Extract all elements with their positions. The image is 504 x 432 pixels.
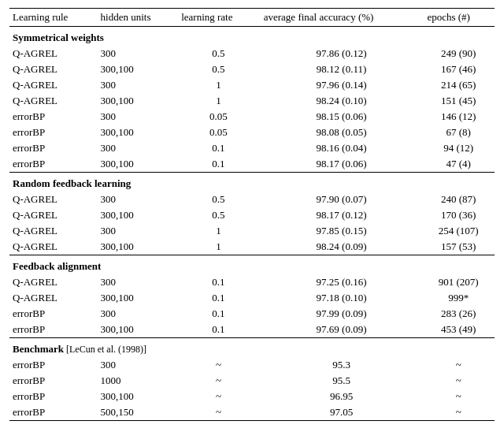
table-cell: ~ <box>178 389 261 404</box>
col-header-hidden-units: hidden units <box>98 9 179 27</box>
table-cell: 0.05 <box>178 125 261 140</box>
table-cell: 96.95 <box>261 389 424 404</box>
table-cell: Q-AGREL <box>9 239 98 255</box>
table-cell: 300,100 <box>98 125 179 140</box>
table-cell: 901 (207) <box>424 274 495 290</box>
table-cell: 98.24 (0.10) <box>261 93 424 109</box>
table-cell: ~ <box>178 357 261 373</box>
table-cell: 95.5 <box>261 373 424 389</box>
table-cell: 500,150 <box>98 404 179 421</box>
table-cell: errorBP <box>9 125 98 140</box>
table-cell: 300 <box>98 357 179 373</box>
table-cell: 98.15 (0.06) <box>261 109 424 125</box>
table-cell: 300 <box>98 192 179 207</box>
table-cell: errorBP <box>9 373 98 389</box>
table-cell: 300,100 <box>98 239 179 255</box>
table-cell: 0.1 <box>178 274 261 290</box>
table-row: errorBP300~95.3~ <box>9 357 495 373</box>
table-cell: errorBP <box>9 357 98 373</box>
table-cell: 300,100 <box>98 207 179 223</box>
table-cell: 97.86 (0.12) <box>261 46 424 61</box>
table-row: Q-AGREL3000.597.86 (0.12)249 (90) <box>9 46 495 61</box>
section-header-row: Benchmark [LeCun et al. (1998)] <box>9 338 495 358</box>
table-cell: 1 <box>178 77 261 93</box>
table-cell: 1 <box>178 239 261 255</box>
table-row: errorBP3000.198.16 (0.04)94 (12) <box>9 140 495 156</box>
table-cell: 0.1 <box>178 306 261 322</box>
table-row: errorBP300,1000.197.69 (0.09)453 (49) <box>9 322 495 338</box>
table-cell: 300,100 <box>98 290 179 306</box>
table-cell: 146 (12) <box>424 109 495 125</box>
section-header-bold: Benchmark <box>13 343 64 355</box>
table-cell: ~ <box>424 357 495 373</box>
table-cell: 300,100 <box>98 389 179 404</box>
table-cell: 0.5 <box>178 207 261 223</box>
table-cell: 67 (8) <box>424 125 495 140</box>
results-table: Learning rule hidden units learning rate… <box>9 8 495 421</box>
table-cell: ~ <box>178 373 261 389</box>
table-cell: 300 <box>98 223 179 239</box>
table-cell: 98.16 (0.04) <box>261 140 424 156</box>
table-row: Q-AGREL300,1000.598.12 (0.11)167 (46) <box>9 61 495 77</box>
table-cell: 98.12 (0.11) <box>261 61 424 77</box>
col-header-learning-rate: learning rate <box>178 9 261 27</box>
col-header-learning-rule: Learning rule <box>9 9 98 27</box>
section-header-row: Random feedback learning <box>9 173 495 192</box>
table-cell: 999* <box>424 290 495 306</box>
table-row: Q-AGREL300197.85 (0.15)254 (107) <box>9 223 495 239</box>
table-cell: 97.96 (0.14) <box>261 77 424 93</box>
table-cell: 300 <box>98 140 179 156</box>
table-cell: 98.24 (0.09) <box>261 239 424 255</box>
section-header-cell: Random feedback learning <box>9 173 495 192</box>
table-cell: 95.3 <box>261 357 424 373</box>
table-header-row: Learning rule hidden units learning rate… <box>9 9 495 27</box>
table-row: Q-AGREL300,1000.197.18 (0.10)999* <box>9 290 495 306</box>
table-cell: 300 <box>98 274 179 290</box>
table-cell: Q-AGREL <box>9 207 98 223</box>
section-header-cell: Benchmark [LeCun et al. (1998)] <box>9 338 495 358</box>
table-cell: 47 (4) <box>424 156 495 173</box>
table-cell: Q-AGREL <box>9 77 98 93</box>
table-row: Q-AGREL300,100198.24 (0.09)157 (53) <box>9 239 495 255</box>
table-row: errorBP1000~95.5~ <box>9 373 495 389</box>
table-cell: errorBP <box>9 156 98 173</box>
table-row: errorBP500,150~97.05~ <box>9 404 495 421</box>
section-header-cell: Symmetrical weights <box>9 27 495 47</box>
table-cell: 97.18 (0.10) <box>261 290 424 306</box>
table-cell: 453 (49) <box>424 322 495 338</box>
table-row: Q-AGREL300,1000.598.17 (0.12)170 (36) <box>9 207 495 223</box>
table-cell: 1 <box>178 93 261 109</box>
table-cell: 283 (26) <box>424 306 495 322</box>
table-cell: 300 <box>98 306 179 322</box>
table-cell: 97.69 (0.09) <box>261 322 424 338</box>
table-cell: 97.90 (0.07) <box>261 192 424 207</box>
table-cell: 0.5 <box>178 46 261 61</box>
table-cell: Q-AGREL <box>9 61 98 77</box>
table-row: Q-AGREL3000.597.90 (0.07)240 (87) <box>9 192 495 207</box>
table-cell: 157 (53) <box>424 239 495 255</box>
table-cell: 1 <box>178 223 261 239</box>
table-row: errorBP300,1000.198.17 (0.06)47 (4) <box>9 156 495 173</box>
table-cell: 300 <box>98 46 179 61</box>
table-cell: 214 (65) <box>424 77 495 93</box>
table-cell: 98.08 (0.05) <box>261 125 424 140</box>
table-cell: errorBP <box>9 140 98 156</box>
table-cell: Q-AGREL <box>9 274 98 290</box>
table-cell: 151 (45) <box>424 93 495 109</box>
table-cell: 300,100 <box>98 61 179 77</box>
table-row: errorBP3000.197.99 (0.09)283 (26) <box>9 306 495 322</box>
table-cell: 254 (107) <box>424 223 495 239</box>
table-cell: 0.1 <box>178 140 261 156</box>
table-cell: 167 (46) <box>424 61 495 77</box>
table-cell: 97.85 (0.15) <box>261 223 424 239</box>
col-header-accuracy: average final accuracy (%) <box>261 9 424 27</box>
table-row: errorBP300,1000.0598.08 (0.05)67 (8) <box>9 125 495 140</box>
table-cell: 0.5 <box>178 192 261 207</box>
table-cell: 0.5 <box>178 61 261 77</box>
table-cell: 1000 <box>98 373 179 389</box>
table-cell: 94 (12) <box>424 140 495 156</box>
section-header-cell: Feedback alignment <box>9 255 495 275</box>
table-row: Q-AGREL3000.197.25 (0.16)901 (207) <box>9 274 495 290</box>
table-cell: Q-AGREL <box>9 192 98 207</box>
table-cell: 300,100 <box>98 93 179 109</box>
